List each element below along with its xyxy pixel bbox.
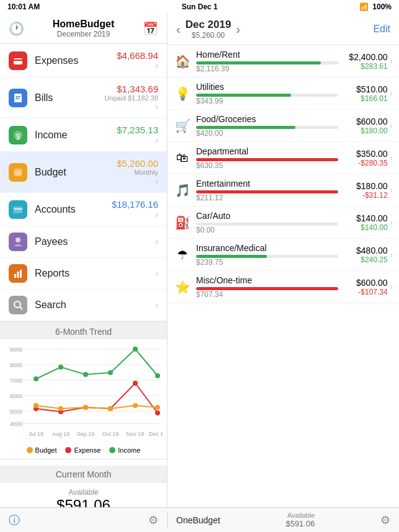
search-icon — [9, 296, 27, 314]
svg-text:$: $ — [16, 133, 20, 141]
bottom-left: ⓘ ⚙ — [0, 513, 168, 528]
svg-rect-9 — [14, 206, 22, 213]
history-icon[interactable]: 🕐 — [9, 21, 24, 36]
nav-item-accounts[interactable]: Accounts$18,176.16› — [0, 193, 167, 226]
car-auto-info: Car/Auto$0.00 — [196, 211, 338, 234]
expenses-icon — [9, 51, 27, 70]
car-auto-diff-val: $140.00 — [344, 223, 388, 232]
food-groceries-chevron: › — [390, 121, 393, 130]
legend-expense-label: Expense — [74, 446, 101, 454]
home-rent-name: Home/Rent — [196, 50, 338, 60]
bills-value: $1,343.69 — [117, 84, 158, 94]
info-icon[interactable]: ⓘ — [9, 513, 20, 528]
reports-chevron: › — [155, 268, 158, 278]
departmental-spent: $630.35 — [196, 161, 338, 170]
insurance-medical-name: Insurance/Medical — [196, 243, 338, 253]
utilities-icon: 💡 — [174, 85, 191, 102]
svg-point-35 — [34, 376, 38, 381]
bills-chevron: › — [155, 102, 158, 112]
expenses-label: Expenses — [35, 55, 117, 66]
expenses-chevron: › — [155, 61, 158, 71]
search-label: Search — [35, 299, 151, 311]
home-rent-info: Home/Rent$2,116.39 — [196, 50, 338, 73]
reports-label: Reports — [35, 268, 151, 279]
misc-onetime-icon: ⭐ — [174, 278, 191, 296]
car-auto-chevron: › — [390, 218, 393, 227]
budget-row-insurance-medical[interactable]: ☂Insurance/Medical$239.75$480.00$240.25› — [168, 239, 399, 271]
payees-icon — [9, 233, 27, 251]
insurance-medical-info: Insurance/Medical$239.75 — [196, 243, 338, 267]
departmental-name: Departmental — [196, 146, 338, 156]
home-rent-spent: $2,116.39 — [196, 64, 338, 73]
svg-text:Dec 19: Dec 19 — [149, 431, 163, 437]
car-auto-budget-val: $140.00 — [344, 213, 388, 223]
home-rent-icon: 🏠 — [174, 53, 191, 70]
svg-point-47 — [34, 403, 38, 408]
legend-income-label: Income — [118, 446, 140, 454]
budget-row-home-rent[interactable]: 🏠Home/Rent$2,116.39$2,400.00$283.61› — [168, 45, 399, 78]
svg-rect-12 — [14, 274, 16, 278]
svg-text:Nov 19: Nov 19 — [127, 431, 145, 437]
edit-button[interactable]: Edit — [373, 24, 390, 35]
nav-item-payees[interactable]: Payees› — [0, 226, 167, 258]
svg-rect-0 — [14, 58, 22, 64]
svg-point-36 — [58, 365, 63, 370]
entertainment-spent: $211.12 — [196, 193, 338, 202]
budget-row-entertainment[interactable]: 🎵Entertainment$211.12$180.00-$31.12› — [168, 174, 399, 206]
legend-budget: Budget — [27, 446, 57, 454]
svg-point-45 — [133, 381, 138, 386]
trend-title: 6-Month Trend — [0, 322, 167, 339]
svg-point-39 — [133, 347, 138, 352]
accounts-icon — [9, 200, 27, 219]
brand-name: OneBudget — [176, 515, 220, 525]
prev-month-button[interactable]: ‹ — [176, 22, 181, 37]
budget-sublabel: Monthly — [134, 169, 158, 176]
legend-expense: Expense — [65, 446, 101, 454]
chart-container: 9000 8000 7000 6000 5000 4000 Jul 19 Aug… — [0, 339, 167, 459]
settings-icon-right[interactable]: ⚙ — [380, 513, 390, 527]
nav-item-income[interactable]: $Income$7,235.13› — [0, 118, 167, 152]
nav-item-bills[interactable]: Bills$1,343.69Unpaid $1,182.38› — [0, 78, 167, 118]
status-date: Sun Dec 1 — [182, 2, 218, 11]
svg-rect-2 — [14, 94, 22, 102]
nav-item-expenses[interactable]: Expenses$4,668.94› — [0, 44, 167, 78]
expenses-value: $4,668.94 — [117, 50, 158, 61]
income-label: Income — [35, 130, 117, 141]
bottom-available-label: Available — [285, 512, 315, 519]
budget-row-utilities[interactable]: 💡Utilities$343.99$510.00$166.01› — [168, 78, 399, 110]
nav-item-search[interactable]: Search› — [0, 290, 167, 321]
bills-label: Bills — [35, 92, 104, 104]
nav-item-budget[interactable]: Budget$5,260.00Monthly› — [0, 152, 167, 193]
insurance-medical-diff-val: $240.25 — [344, 255, 388, 264]
entertainment-name: Entertainment — [196, 179, 338, 188]
budget-row-departmental[interactable]: 🛍Departmental$630.35$350.00-$280.35› — [168, 142, 399, 174]
bottom-available-block: Available $591.06 — [285, 512, 315, 528]
insurance-medical-budget-val: $480.00 — [344, 246, 388, 255]
svg-point-15 — [14, 301, 20, 308]
budget-value: $5,260.00 — [117, 158, 158, 169]
food-groceries-spent: $420.00 — [196, 129, 338, 138]
month-title-block: Dec 2019 $5,260.00 — [186, 19, 231, 40]
budget-row-misc-onetime[interactable]: ⭐Misc/One-time$707.34$600.00-$107.34› — [168, 271, 399, 303]
budget-row-food-groceries[interactable]: 🛒Food/Groceries$420.00$600.00$180.00› — [168, 110, 399, 142]
svg-text:5000: 5000 — [10, 409, 22, 415]
available-amount: $591.06 — [0, 497, 167, 507]
food-groceries-diff-val: $180.00 — [344, 126, 388, 135]
bottom-available-amount: $591.06 — [285, 519, 315, 528]
available-label: Available — [0, 488, 167, 497]
misc-onetime-diff-val: -$107.34 — [344, 288, 388, 296]
svg-text:Oct 19: Oct 19 — [102, 431, 119, 437]
nav-item-reports[interactable]: Reports› — [0, 258, 167, 290]
settings-icon-left[interactable]: ⚙ — [148, 513, 158, 527]
svg-text:8000: 8000 — [10, 362, 22, 368]
bills-icon — [9, 89, 27, 107]
budget-chevron: › — [155, 176, 158, 186]
bottom-right: OneBudget Available $591.06 ⚙ — [168, 512, 399, 528]
svg-point-52 — [155, 405, 160, 410]
calendar-icon[interactable]: 📅 — [143, 21, 158, 36]
utilities-diff-val: $166.01 — [344, 94, 388, 103]
budget-row-car-auto[interactable]: ⛽Car/Auto$0.00$140.00$140.00› — [168, 206, 399, 239]
payees-label: Payees — [35, 236, 151, 247]
next-month-button[interactable]: › — [236, 22, 240, 37]
insurance-medical-chevron: › — [390, 250, 393, 259]
